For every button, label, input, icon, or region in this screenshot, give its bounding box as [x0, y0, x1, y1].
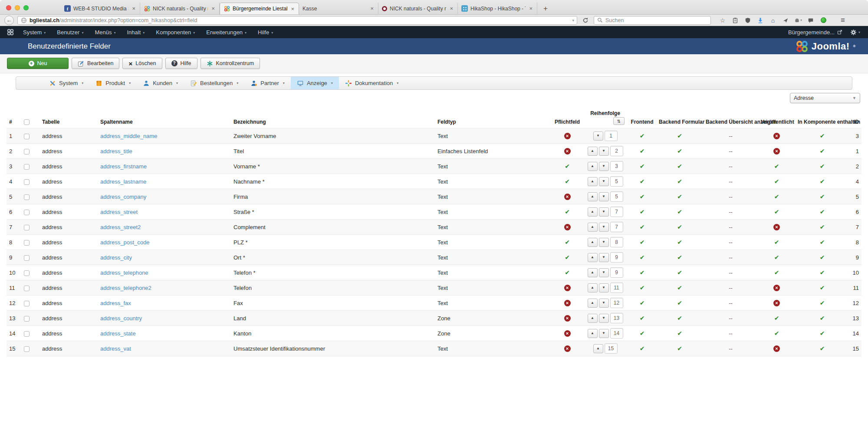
move-up-button[interactable]: ▲ [588, 147, 598, 156]
window-close-button[interactable] [6, 5, 11, 10]
chat-bubble-icon[interactable] [807, 16, 815, 24]
column-name-link[interactable]: address_title [100, 148, 132, 154]
required-toggle[interactable]: ✔ [565, 163, 570, 170]
move-down-button[interactable]: ▼ [599, 177, 609, 186]
move-down-button[interactable]: ▼ [599, 147, 609, 156]
column-name-link[interactable]: address_fax [100, 300, 131, 306]
row-checkbox[interactable] [24, 270, 30, 276]
browser-tab-2[interactable]: NICK naturals - Quality mad...× [140, 3, 220, 14]
back-button[interactable]: ← [4, 16, 14, 25]
bookmark-star-icon[interactable]: ☆ [719, 16, 727, 24]
order-input[interactable] [605, 131, 618, 141]
frontend-toggle[interactable]: ✔ [640, 148, 645, 154]
published-toggle[interactable]: × [773, 224, 780, 230]
move-up-button[interactable]: ▲ [588, 314, 598, 323]
in-component-toggle[interactable]: ✔ [820, 148, 825, 154]
order-sort-button[interactable]: ⇅ [613, 117, 625, 125]
in-component-toggle[interactable]: ✔ [820, 269, 825, 276]
delete-button[interactable]: ×Löschen [122, 58, 162, 69]
in-component-toggle[interactable]: ✔ [820, 315, 825, 322]
move-up-button[interactable]: ▲ [588, 177, 598, 186]
required-toggle[interactable]: ✔ [565, 208, 570, 215]
in-component-toggle[interactable]: ✔ [820, 132, 825, 139]
move-down-button[interactable]: ▼ [599, 192, 609, 201]
hikashop-menu-kunden[interactable]: Kunden [137, 77, 184, 89]
required-toggle[interactable]: × [564, 224, 571, 230]
column-name-link[interactable]: address_street [100, 209, 138, 215]
move-down-button[interactable]: ▼ [599, 223, 609, 232]
site-preview-link[interactable]: Bürgergemeinde... [788, 29, 842, 36]
move-up-button[interactable]: ▲ [588, 238, 598, 247]
published-toggle[interactable]: ✔ [774, 330, 779, 337]
menu-hamburger-icon[interactable]: ≡ [839, 16, 847, 24]
frontend-toggle[interactable]: ✔ [640, 299, 645, 306]
required-toggle[interactable]: × [564, 330, 571, 337]
new-button[interactable]: +Neu [7, 58, 69, 69]
row-checkbox[interactable] [24, 286, 30, 291]
published-toggle[interactable]: × [773, 133, 780, 139]
in-component-toggle[interactable]: ✔ [820, 163, 825, 170]
backend-form-toggle[interactable]: ✔ [677, 345, 682, 352]
site-identity-icon[interactable] [20, 17, 27, 23]
in-component-toggle[interactable]: ✔ [820, 345, 825, 352]
browser-search-input[interactable]: Suchen [594, 16, 711, 25]
frontend-toggle[interactable]: ✔ [640, 330, 645, 337]
order-input[interactable] [610, 222, 623, 232]
tab-close-icon[interactable]: × [210, 5, 216, 12]
move-down-button[interactable]: ▼ [599, 329, 609, 338]
row-checkbox[interactable] [24, 316, 30, 322]
tab-close-icon[interactable]: × [528, 5, 533, 12]
row-checkbox[interactable] [24, 210, 30, 215]
row-checkbox[interactable] [24, 179, 30, 185]
move-up-button[interactable]: ▲ [588, 253, 598, 262]
in-component-toggle[interactable]: ✔ [820, 299, 825, 306]
admin-menu-item-mens[interactable]: Menüs [89, 29, 121, 36]
table-filter-select[interactable]: Adresse ▼ [790, 93, 860, 103]
row-checkbox[interactable] [24, 164, 30, 170]
column-name-link[interactable]: address_street2 [100, 224, 141, 230]
move-up-button[interactable]: ▲ [588, 192, 598, 201]
in-component-toggle[interactable]: ✔ [820, 208, 825, 215]
reload-icon[interactable] [581, 16, 590, 25]
window-zoom-button[interactable] [23, 5, 29, 10]
order-input[interactable] [610, 207, 623, 217]
move-up-button[interactable]: ▲ [588, 207, 598, 217]
move-up-button[interactable]: ▲ [588, 162, 598, 171]
order-input[interactable] [610, 191, 623, 202]
required-toggle[interactable]: × [564, 315, 571, 322]
move-down-button[interactable]: ▼ [599, 253, 609, 262]
frontend-toggle[interactable]: ✔ [640, 269, 645, 276]
frontend-toggle[interactable]: ✔ [640, 254, 645, 261]
move-down-button[interactable]: ▼ [599, 162, 609, 171]
required-toggle[interactable]: × [564, 148, 571, 154]
hikashop-menu-system[interactable]: System [43, 77, 89, 89]
shield-icon[interactable] [744, 16, 752, 24]
order-input[interactable] [610, 161, 623, 171]
frontend-toggle[interactable]: ✔ [640, 163, 645, 170]
column-name-link[interactable]: address_company [100, 194, 146, 200]
published-toggle[interactable]: ✔ [774, 193, 779, 200]
move-down-button[interactable]: ▼ [599, 283, 609, 292]
move-down-button[interactable]: ▼ [599, 238, 609, 247]
column-name-link[interactable]: address_telephone2 [100, 285, 151, 291]
edit-button[interactable]: Bearbeiten [72, 58, 119, 69]
backend-form-toggle[interactable]: ✔ [677, 330, 682, 337]
required-toggle[interactable]: × [564, 300, 571, 306]
addon-icon[interactable]: ▾ [794, 16, 802, 24]
tab-close-icon[interactable]: × [131, 5, 136, 12]
published-toggle[interactable]: ✔ [774, 163, 779, 170]
url-text[interactable]: bgliestal.ch/administrator/index.php?opt… [30, 17, 569, 23]
published-toggle[interactable]: × [773, 148, 780, 154]
row-checkbox[interactable] [24, 255, 30, 261]
in-component-toggle[interactable]: ✔ [820, 239, 825, 246]
new-tab-button[interactable]: + [537, 3, 554, 14]
in-component-toggle[interactable]: ✔ [820, 223, 825, 230]
published-toggle[interactable]: ✔ [774, 208, 779, 215]
in-component-toggle[interactable]: ✔ [820, 284, 825, 291]
admin-menu-item-hilfe[interactable]: Hilfe [252, 29, 279, 36]
admin-menu-item-erweiterungen[interactable]: Erweiterungen [201, 29, 252, 36]
required-toggle[interactable]: ✔ [565, 269, 570, 276]
published-toggle[interactable]: ✔ [774, 254, 779, 261]
in-component-toggle[interactable]: ✔ [820, 178, 825, 185]
frontend-toggle[interactable]: ✔ [640, 315, 645, 322]
